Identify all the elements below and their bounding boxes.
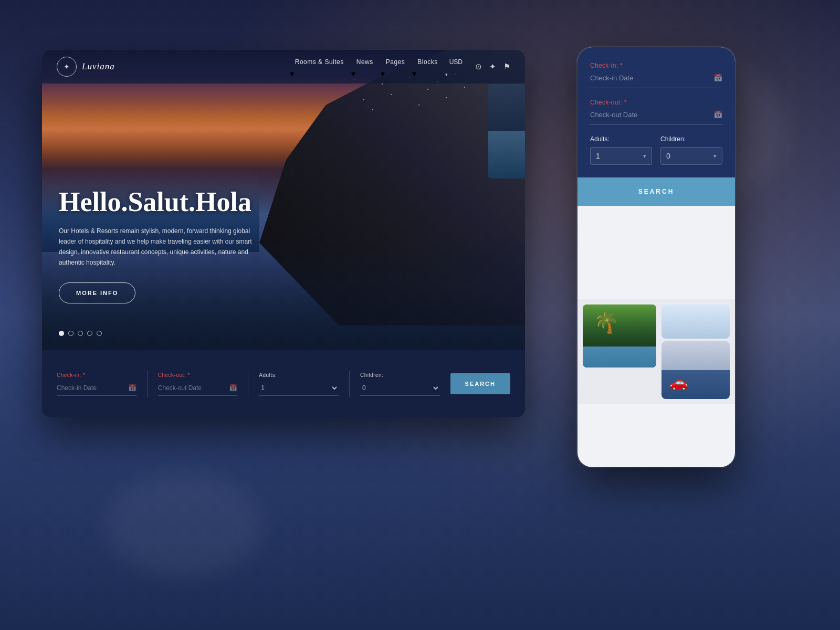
carousel-dot-1[interactable] xyxy=(59,331,64,336)
nav-item-blocks[interactable]: Blocks ▾ xyxy=(412,55,443,79)
checkin-label: Check-in: * xyxy=(57,372,136,378)
checkout-required: * xyxy=(187,372,190,378)
mobile-checkout-field: Check-out: * Check-out Date 📅 xyxy=(590,99,722,125)
instagram-icon[interactable]: ⊙ xyxy=(475,62,482,71)
mobile-adults-select[interactable]: 1 ▾ xyxy=(590,147,652,165)
mobile-adults-col: Adults: 1 ▾ xyxy=(590,135,652,165)
hero-title: Hello.Salut.Hola xyxy=(59,187,253,217)
chevron-icon-currency: ▾ xyxy=(445,72,448,77)
nav-link-news[interactable]: News xyxy=(351,55,379,69)
mobile-checkout-input[interactable]: Check-out Date 📅 xyxy=(590,110,722,125)
chevron-down-icon-children: ▾ xyxy=(713,153,717,160)
chevron-icon-rooms: ▾ xyxy=(290,69,294,78)
checkin-field: Check-in: * Check-in Date 📅 xyxy=(57,372,136,396)
mobile-booking-panel: Check-in: * Check-in Date 📅 Check-out: *… xyxy=(578,47,735,206)
field-divider-1 xyxy=(147,371,148,397)
carousel-dot-4[interactable] xyxy=(87,331,92,336)
mobile-checkin-input[interactable]: Check-in Date 📅 xyxy=(590,74,722,88)
bg-shape-2 xyxy=(105,472,262,578)
carousel-dots xyxy=(59,331,102,336)
mobile-checkout-required: * xyxy=(624,99,627,106)
gallery-image-car xyxy=(662,341,730,399)
nav-link-rooms[interactable]: Rooms & Suites xyxy=(290,55,349,69)
chevron-icon-pages: ▾ xyxy=(381,69,385,78)
nav-link-pages[interactable]: Pages xyxy=(381,55,411,69)
cliff-lights xyxy=(317,68,501,171)
chevron-down-icon-adults: ▾ xyxy=(643,153,646,160)
nav-item-rooms[interactable]: Rooms & Suites ▾ xyxy=(290,55,349,79)
adults-label: Adults: xyxy=(259,372,339,378)
nav-item-news[interactable]: News ▾ xyxy=(351,55,379,79)
navbar: ✦ Luviana Rooms & Suites ▾ News ▾ Pages … xyxy=(42,50,525,83)
carousel-dot-2[interactable] xyxy=(68,331,74,336)
mobile-adults-label: Adults: xyxy=(590,135,652,143)
children-select[interactable]: 0 1 2 3 xyxy=(360,381,440,396)
foursquare-icon[interactable]: ⚑ xyxy=(503,62,510,71)
field-divider-2 xyxy=(248,371,248,397)
search-button[interactable]: SEARCH xyxy=(450,373,510,394)
mobile-calendar-icon-checkout: 📅 xyxy=(713,110,722,119)
mobile-mockup: Check-in: * Check-in Date 📅 Check-out: *… xyxy=(578,47,735,467)
mobile-children-value: 0 xyxy=(666,152,713,160)
adults-select[interactable]: 1 2 3 4 xyxy=(259,381,339,396)
checkin-required: * xyxy=(83,372,85,378)
children-field: Children: 0 1 2 3 xyxy=(360,372,440,396)
nav-social-icons: ⊙ ✦ ⚑ xyxy=(475,62,510,71)
mobile-calendar-icon-checkin: 📅 xyxy=(713,74,722,82)
chevron-icon-blocks: ▾ xyxy=(412,69,416,78)
mobile-checkin-required: * xyxy=(620,62,623,69)
nav-item-currency[interactable]: USD ▾ xyxy=(445,55,467,78)
nav-logo: ✦ Luviana xyxy=(57,57,115,77)
more-info-button[interactable]: MORE INFO xyxy=(59,282,135,303)
checkin-placeholder: Check-in Date xyxy=(57,384,97,392)
mobile-children-select[interactable]: 0 ▾ xyxy=(660,147,722,165)
mobile-children-label: Children: xyxy=(660,135,722,143)
mobile-guests-row: Adults: 1 ▾ Children: 0 ▾ xyxy=(590,135,722,177)
mobile-search-button[interactable]: SEARCH xyxy=(578,177,735,206)
mobile-children-col: Children: 0 ▾ xyxy=(660,135,722,165)
mobile-gallery xyxy=(578,299,735,404)
field-divider-3 xyxy=(349,371,350,397)
calendar-icon-checkin: 📅 xyxy=(128,384,136,392)
hero-content: Hello.Salut.Hola Our Hotels & Resorts re… xyxy=(59,187,253,303)
logo-icon: ✦ xyxy=(57,57,77,77)
children-label: Children: xyxy=(360,372,440,378)
carousel-dot-5[interactable] xyxy=(97,331,102,336)
checkin-input-wrapper[interactable]: Check-in Date 📅 xyxy=(57,381,136,396)
adults-field: Adults: 1 2 3 4 xyxy=(259,372,339,396)
mobile-checkout-placeholder: Check-out Date xyxy=(590,111,713,119)
tripadvisor-icon[interactable]: ✦ xyxy=(489,62,496,71)
brand-name: Luviana xyxy=(82,61,115,72)
gallery-image-pool xyxy=(583,304,656,368)
hero-side-preview xyxy=(488,84,525,178)
chevron-icon-news: ▾ xyxy=(351,69,355,78)
nav-links: Rooms & Suites ▾ News ▾ Pages ▾ Blocks ▾… xyxy=(290,55,467,79)
checkout-placeholder: Check-out Date xyxy=(158,384,202,392)
booking-bar: Check-in: * Check-in Date 📅 Check-out: *… xyxy=(42,350,525,417)
gallery-image-exterior xyxy=(662,304,730,339)
mobile-adults-value: 1 xyxy=(596,152,643,160)
carousel-dot-3[interactable] xyxy=(78,331,83,336)
calendar-icon-checkout: 📅 xyxy=(229,384,237,392)
nav-link-blocks[interactable]: Blocks xyxy=(412,55,443,69)
currency-selector[interactable]: USD xyxy=(445,55,467,69)
mobile-checkin-field: Check-in: * Check-in Date 📅 xyxy=(590,62,722,88)
checkout-input-wrapper[interactable]: Check-out Date 📅 xyxy=(158,381,238,396)
nav-item-pages[interactable]: Pages ▾ xyxy=(381,55,411,79)
mobile-checkout-label: Check-out: * xyxy=(590,99,722,106)
mobile-checkin-label: Check-in: * xyxy=(590,62,722,69)
mobile-checkin-placeholder: Check-in Date xyxy=(590,74,713,82)
hero-subtitle: Our Hotels & Resorts remain stylish, mod… xyxy=(59,226,253,268)
checkout-label: Check-out: * xyxy=(158,372,238,378)
checkout-field: Check-out: * Check-out Date 📅 xyxy=(158,372,238,396)
desktop-mockup: ✦ Luviana Rooms & Suites ▾ News ▾ Pages … xyxy=(42,50,525,417)
